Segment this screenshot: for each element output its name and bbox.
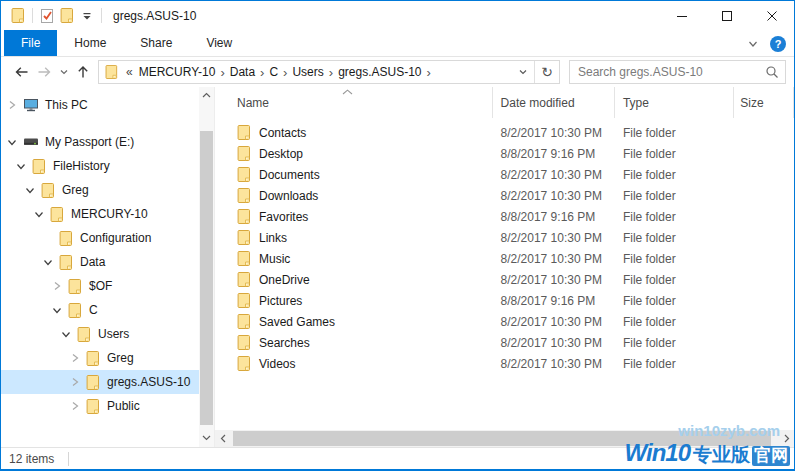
file-row[interactable]: OneDrive 8/2/2017 10:30 PM File folder (215, 269, 794, 290)
expand-chevron-icon[interactable] (69, 352, 82, 364)
file-row[interactable]: Links 8/2/2017 10:30 PM File folder (215, 227, 794, 248)
tree-scrollbar[interactable] (199, 87, 214, 447)
tree-item-of[interactable]: $OF (1, 274, 199, 298)
breadcrumb-separator-icon[interactable]: › (281, 66, 289, 79)
scrollbar-thumb[interactable] (200, 131, 213, 425)
scroll-up-button[interactable] (199, 87, 214, 104)
tree-item-filehistory[interactable]: FileHistory (1, 154, 199, 178)
minimize-button[interactable] (659, 1, 704, 30)
breadcrumb-item[interactable]: Users (289, 65, 326, 79)
maximize-button[interactable] (704, 1, 749, 30)
expand-ribbon-button[interactable] (747, 38, 759, 50)
breadcrumb-item[interactable]: Data (227, 65, 258, 79)
column-header-type[interactable]: Type (615, 87, 734, 118)
tree-item-greg[interactable]: Greg (1, 178, 199, 202)
recent-locations-button[interactable] (57, 60, 71, 84)
breadcrumb-item[interactable]: gregs.ASUS-10 (335, 65, 424, 79)
folder-icon (237, 314, 252, 329)
breadcrumb-separator-icon[interactable]: › (218, 66, 226, 79)
tree-item-data[interactable]: Data (1, 250, 199, 274)
tab-view[interactable]: View (189, 30, 249, 56)
tree-item-c[interactable]: C (1, 298, 199, 322)
tree-item-public[interactable]: Public (1, 394, 199, 418)
ribbon-tabs: File Home Share View ? (1, 30, 794, 57)
help-button[interactable]: ? (770, 36, 786, 52)
file-row[interactable]: Saved Games 8/2/2017 10:30 PM File folde… (215, 311, 794, 332)
collapse-chevron-icon[interactable] (60, 328, 73, 340)
address-dropdown-button[interactable] (512, 67, 534, 77)
tree-item-greg[interactable]: Greg (1, 346, 199, 370)
tree-item-users[interactable]: Users (1, 322, 199, 346)
tree-item-label: Users (98, 327, 129, 341)
file-row[interactable]: Documents 8/2/2017 10:30 PM File folder (215, 164, 794, 185)
search-button[interactable] (759, 65, 785, 79)
column-header-date-modified[interactable]: Date modified (493, 87, 615, 118)
horizontal-scrollbar[interactable] (215, 430, 794, 447)
column-header-name[interactable]: Name (215, 87, 493, 118)
tree-item-this-pc[interactable]: This PC (1, 93, 199, 117)
item-count: 12 items (9, 452, 54, 466)
breadcrumb-separator-icon[interactable]: › (327, 66, 335, 79)
tab-home[interactable]: Home (57, 30, 123, 56)
properties-button[interactable] (37, 5, 57, 27)
expand-chevron-icon[interactable] (69, 400, 82, 412)
close-button[interactable] (749, 1, 794, 30)
customize-qat-button[interactable] (77, 5, 97, 27)
search-input[interactable] (570, 65, 759, 79)
tree-item-mercury-10[interactable]: MERCURY-10 (1, 202, 199, 226)
file-row[interactable]: Music 8/2/2017 10:30 PM File folder (215, 248, 794, 269)
column-header-size[interactable]: Size (734, 87, 794, 118)
file-name: Saved Games (259, 315, 335, 329)
forward-button[interactable] (33, 60, 57, 84)
up-button[interactable] (71, 60, 95, 84)
file-row[interactable]: Searches 8/2/2017 10:30 PM File folder (215, 332, 794, 353)
refresh-button[interactable]: ↻ (535, 61, 559, 83)
tab-share[interactable]: Share (123, 30, 189, 56)
folder-icon (50, 207, 65, 222)
breadcrumb-separator-icon[interactable]: › (425, 66, 433, 79)
file-type: File folder (615, 315, 734, 329)
file-name: Desktop (259, 147, 303, 161)
breadcrumb-separator-icon[interactable]: › (258, 66, 266, 79)
tree-item-gregs-asus-10[interactable]: gregs.ASUS-10 (1, 370, 199, 394)
breadcrumb-overflow[interactable]: « (126, 65, 133, 79)
file-row[interactable]: Favorites 8/8/2017 9:16 PM File folder (215, 206, 794, 227)
tree-item-configuration[interactable]: Configuration (1, 226, 199, 250)
back-button[interactable] (9, 60, 33, 84)
maximize-icon (721, 10, 733, 22)
file-row[interactable]: Downloads 8/2/2017 10:30 PM File folder (215, 185, 794, 206)
new-folder-button[interactable] (57, 5, 77, 27)
breadcrumb-item[interactable]: C (266, 65, 281, 79)
collapse-chevron-icon[interactable] (24, 184, 37, 196)
explorer-window-icon[interactable] (8, 5, 28, 27)
file-row[interactable]: Contacts 8/2/2017 10:30 PM File folder (215, 122, 794, 143)
folder-icon (68, 279, 83, 294)
collapse-chevron-icon[interactable] (15, 160, 28, 172)
collapse-chevron-icon[interactable] (42, 256, 55, 268)
expand-chevron-icon[interactable] (6, 99, 19, 111)
file-row[interactable]: Desktop 8/8/2017 9:16 PM File folder (215, 143, 794, 164)
main-area: This PC My Passport (E:) FileHistory Gre… (1, 87, 794, 447)
collapse-chevron-icon[interactable] (33, 208, 46, 220)
scroll-down-button[interactable] (199, 429, 214, 446)
breadcrumb-item[interactable]: MERCURY-10 (136, 65, 219, 79)
tab-file[interactable]: File (4, 30, 57, 56)
expand-chevron-icon[interactable] (69, 376, 82, 388)
folder-icon (237, 125, 252, 140)
scroll-left-button[interactable] (215, 430, 231, 447)
tree-item-label: This PC (45, 98, 88, 112)
collapse-chevron-icon[interactable] (51, 304, 64, 316)
file-type: File folder (615, 252, 734, 266)
explorer-window: gregs.ASUS-10 File Home Share View (0, 0, 795, 471)
separator (32, 8, 33, 23)
file-type: File folder (615, 210, 734, 224)
expand-chevron-icon[interactable] (51, 280, 64, 292)
tree-item-my-passport-e[interactable]: My Passport (E:) (1, 130, 199, 154)
file-row[interactable]: Pictures 8/8/2017 9:16 PM File folder (215, 290, 794, 311)
tree-item-label: C (89, 303, 98, 317)
address-box[interactable]: « MERCURY-10›Data›C›Users›gregs.ASUS-10›… (98, 60, 560, 84)
file-row[interactable]: Videos 8/2/2017 10:30 PM File folder (215, 353, 794, 374)
collapse-chevron-icon[interactable] (6, 136, 19, 148)
scroll-right-button[interactable] (778, 430, 794, 447)
scrollbar-thumb[interactable] (233, 431, 771, 446)
